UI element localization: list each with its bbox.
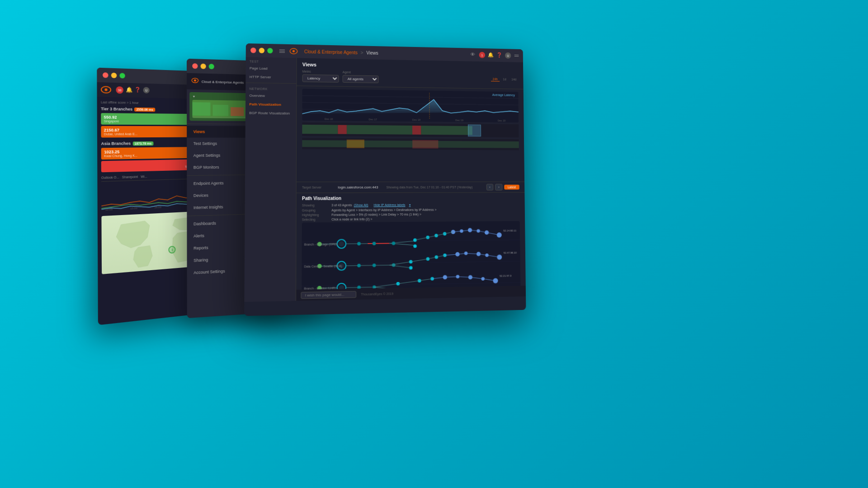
footer-copyright: ThousandEyes © 2019 [361,292,393,296]
showing-value: 3 of 43 Agents [331,203,352,206]
target-server-value: login.salesforce.com:443 [338,185,378,189]
target-server-label: Target Server [302,186,334,189]
route-chart [302,138,519,150]
alert-count-topbar[interactable]: 1 [479,52,486,58]
tl-yellow-2[interactable] [201,64,206,69]
user-avatar-w3[interactable]: U [505,52,511,59]
tl-yellow-1[interactable] [111,73,117,78]
svg-line-13 [302,96,519,99]
svg-text:Dec 17: Dec 17 [369,118,377,121]
svg-point-12 [292,50,295,52]
showing-label: Showing [302,204,330,207]
selecting-value: Click a node or link Info (2) > [331,217,372,221]
window-main: Cloud & Enterprise Agents > Views 👁 1 🔔 … [244,43,526,316]
alert-badge[interactable]: 38 [116,86,123,94]
tier3-badge: 2559.06 ms [134,107,155,111]
asia-title: Asia Branches [101,141,131,146]
branch-cell-sg[interactable]: 550.92 Singapore [101,113,192,125]
metric-label: Metric [302,70,339,74]
tab-1d[interactable]: 1d [501,77,508,81]
svg-rect-32 [412,140,438,149]
path-diagram: 52.14.92.11 Branch - Chicago (ORD) [302,221,520,290]
chart-label: Average Latency [492,93,515,96]
svg-rect-6 [231,107,244,116]
hamburger-icon[interactable] [279,49,285,52]
tl-red-3[interactable] [250,47,256,53]
svg-text:Dec 19: Dec 19 [455,119,464,122]
svg-line-75 [368,265,389,265]
hide-labels-link[interactable]: Hide IP Address labels [373,203,405,206]
timeline-chart [302,122,519,137]
latency-chart: Average Latency [302,89,519,123]
tab-14d[interactable]: 14d [509,77,518,82]
svg-rect-25 [421,126,472,135]
svg-rect-28 [468,125,481,136]
w3-main-content: Views Metric Latency Agent All agents [296,58,526,301]
asia-badge: 1873.78 ms [132,141,153,145]
grouping-value: Agents by Agent > Interfaces by IP Addre… [331,208,436,211]
labels-chevron[interactable]: ▾ [409,203,410,206]
svg-rect-23 [302,125,338,134]
svg-text:Dec 16: Dec 16 [325,117,333,120]
svg-rect-30 [302,140,519,148]
sidebar-path-viz[interactable]: Path Visualization [245,100,296,109]
next-button[interactable]: › [495,183,502,190]
svg-point-3 [194,79,196,81]
feedback-input[interactable] [301,291,356,299]
tl-green-2[interactable] [209,64,214,69]
svg-rect-5 [212,105,228,116]
svg-line-41 [346,244,368,244]
help-icon-topbar[interactable]: ❓ [496,52,502,59]
branch-cell-hk[interactable]: 1023.25 Kwai Chung, Hong K... [101,147,193,160]
tl-red-1[interactable] [103,72,108,78]
tl-red-2[interactable] [192,63,198,69]
svg-line-74 [346,265,368,266]
svg-rect-24 [347,125,412,135]
tab-outlook[interactable]: Outlook O... [101,176,119,179]
tl-green-1[interactable] [119,73,125,78]
svg-rect-4 [192,102,210,116]
tab-wi[interactable]: Wi... [141,175,147,178]
chart-section: Average Latency [297,86,524,181]
tl-green-3[interactable] [267,48,273,53]
sidebar-http-server[interactable]: HTTP Server [245,72,296,82]
path-controls: Showing 3 of 43 Agents (Show All) Hide I… [302,202,520,221]
sidebar-bgp-route[interactable]: BGP Route Visualization [245,108,296,117]
views-header: Views Metric Latency Agent All agents [297,58,523,89]
sidebar-brand: Cloud & Enterprise Agents [202,80,244,84]
agent-select[interactable]: All agents [343,75,379,83]
time-tabs: 24h 1d 14d [491,77,518,82]
latest-button[interactable]: Latest [504,184,519,189]
help-icon[interactable]: ❓ [134,87,141,93]
eye-icon-topbar[interactable]: 👁 [470,52,476,58]
menu-icon-topbar[interactable] [514,55,519,56]
breadcrumb: Cloud & Enterprise Agents > Views [304,49,378,55]
svg-point-1 [104,88,107,91]
svg-rect-31 [347,140,364,148]
svg-text:52.47.96.10: 52.47.96.10 [504,251,517,254]
svg-line-14 [302,103,519,105]
show-all-link[interactable]: (Show All) [354,203,368,206]
tl-yellow-3[interactable] [259,48,264,53]
tier3-title: Tier 3 Branches [101,107,132,112]
user-avatar-w1[interactable]: U [143,87,150,94]
bell-icon-topbar[interactable]: 🔔 [488,52,494,58]
sidebar-overview[interactable]: Overview [245,91,296,101]
sidebar-page-load[interactable]: Page Load [246,64,297,73]
svg-text:Dec 20: Dec 20 [498,119,506,122]
svg-rect-26 [338,125,347,134]
agent-label: Agent [343,70,379,74]
views-title-text: Views [302,62,316,68]
showing-data-text: Showing data from Tue, Dec 17 01:16 - 01… [387,185,473,188]
grouping-label: Grouping [302,208,330,211]
tab-24h[interactable]: 24h [491,77,500,81]
svg-text:Dec 18: Dec 18 [412,118,421,121]
tab-sharepoint[interactable]: Sharepoint [122,175,138,179]
branch-cell-dubai[interactable]: 2150.67 Dubai, United Arab E... [101,126,193,138]
prev-button[interactable]: ‹ [486,183,493,190]
metric-select[interactable]: Latency [302,75,339,83]
views-filters: Metric Latency Agent All agents 24h [302,70,519,85]
bell-icon[interactable]: 🔔 [126,87,132,93]
svg-point-48 [413,238,417,242]
target-info: Target Server login.salesforce.com:443 S… [297,181,525,193]
